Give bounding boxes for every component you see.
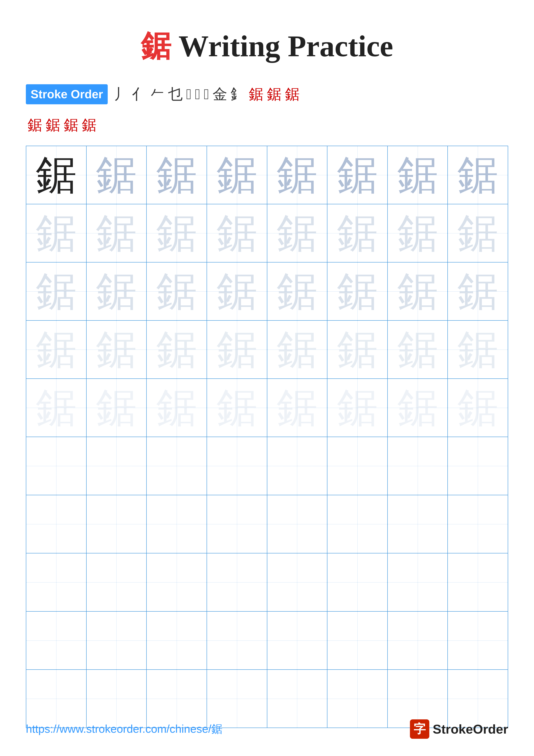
stroke-10: 鋸 bbox=[249, 84, 264, 104]
grid-cell[interactable]: 鋸 bbox=[87, 146, 147, 204]
grid-cell[interactable] bbox=[147, 611, 207, 669]
grid-cell[interactable]: 鋸 bbox=[26, 379, 87, 437]
grid-cell[interactable]: 鋸 bbox=[327, 262, 388, 320]
grid-row-7 bbox=[26, 495, 508, 554]
grid-cell[interactable] bbox=[327, 554, 388, 611]
grid-cell[interactable]: 鋸 bbox=[448, 379, 508, 437]
grid-cell[interactable] bbox=[388, 670, 448, 728]
practice-char: 鋸 bbox=[457, 387, 498, 428]
grid-cell[interactable]: 鋸 bbox=[448, 321, 508, 378]
grid-cell[interactable] bbox=[267, 670, 328, 728]
grid-cell[interactable] bbox=[147, 495, 207, 553]
grid-cell[interactable] bbox=[207, 670, 267, 728]
grid-cell[interactable]: 鋸 bbox=[448, 262, 508, 320]
grid-cell[interactable] bbox=[87, 437, 147, 495]
grid-cell[interactable] bbox=[448, 611, 508, 669]
grid-cell[interactable] bbox=[87, 611, 147, 669]
grid-cell[interactable] bbox=[267, 554, 328, 611]
grid-cell[interactable]: 鋸 bbox=[267, 146, 328, 204]
grid-row-6 bbox=[26, 437, 508, 495]
grid-cell[interactable]: 鋸 bbox=[327, 204, 388, 262]
grid-cell[interactable]: 鋸 bbox=[448, 204, 508, 262]
grid-cell[interactable]: 鋸 bbox=[147, 262, 207, 320]
grid-cell[interactable]: 鋸 bbox=[147, 204, 207, 262]
grid-cell[interactable] bbox=[388, 611, 448, 669]
grid-cell[interactable]: 鋸 bbox=[26, 146, 87, 204]
grid-cell[interactable] bbox=[327, 437, 388, 495]
grid-cell[interactable] bbox=[388, 495, 448, 553]
grid-cell[interactable]: 鋸 bbox=[388, 379, 448, 437]
grid-cell[interactable]: 鋸 bbox=[147, 379, 207, 437]
grid-cell[interactable]: 鋸 bbox=[87, 204, 147, 262]
practice-char: 鋸 bbox=[457, 154, 498, 196]
grid-cell[interactable] bbox=[267, 437, 328, 495]
grid-cell[interactable] bbox=[448, 670, 508, 728]
practice-char: 鋸 bbox=[216, 154, 257, 196]
grid-cell[interactable]: 鋸 bbox=[207, 321, 267, 378]
grid-cell[interactable]: 鋸 bbox=[207, 262, 267, 320]
grid-cell[interactable]: 鋸 bbox=[267, 379, 328, 437]
grid-cell[interactable]: 鋸 bbox=[207, 146, 267, 204]
grid-cell[interactable]: 鋸 bbox=[327, 379, 388, 437]
grid-cell[interactable] bbox=[388, 554, 448, 611]
grid-cell[interactable]: 鋸 bbox=[147, 146, 207, 204]
practice-char: 鋸 bbox=[156, 387, 197, 428]
grid-cell[interactable] bbox=[267, 611, 328, 669]
practice-char: 鋸 bbox=[36, 387, 77, 428]
grid-cell[interactable] bbox=[87, 495, 147, 553]
grid-cell[interactable] bbox=[207, 554, 267, 611]
grid-cell[interactable] bbox=[26, 611, 87, 669]
grid-cell[interactable] bbox=[87, 670, 147, 728]
grid-row-8 bbox=[26, 554, 508, 611]
grid-cell[interactable] bbox=[147, 670, 207, 728]
grid-cell[interactable] bbox=[147, 437, 207, 495]
grid-cell[interactable] bbox=[26, 437, 87, 495]
footer-logo: 字 StrokeOrder bbox=[410, 719, 508, 739]
grid-cell[interactable]: 鋸 bbox=[327, 146, 388, 204]
grid-cell[interactable] bbox=[207, 611, 267, 669]
practice-char: 鋸 bbox=[337, 154, 378, 196]
grid-cell[interactable] bbox=[87, 554, 147, 611]
practice-char: 鋸 bbox=[156, 154, 197, 196]
footer-url[interactable]: https://www.strokeorder.com/chinese/鋸 bbox=[26, 721, 222, 737]
grid-cell[interactable] bbox=[448, 437, 508, 495]
grid-cell[interactable] bbox=[26, 670, 87, 728]
grid-cell[interactable]: 鋸 bbox=[388, 204, 448, 262]
grid-cell[interactable] bbox=[327, 670, 388, 728]
practice-char: 鋸 bbox=[156, 271, 197, 312]
grid-cell[interactable]: 鋸 bbox=[388, 146, 448, 204]
grid-cell[interactable]: 鋸 bbox=[388, 262, 448, 320]
grid-cell[interactable]: 鋸 bbox=[267, 262, 328, 320]
grid-cell[interactable]: 鋸 bbox=[26, 321, 87, 378]
practice-char: 鋸 bbox=[457, 271, 498, 312]
grid-cell[interactable] bbox=[388, 437, 448, 495]
grid-cell[interactable]: 鋸 bbox=[327, 321, 388, 378]
grid-cell[interactable]: 鋸 bbox=[147, 321, 207, 378]
grid-cell[interactable]: 鋸 bbox=[448, 146, 508, 204]
practice-char: 鋸 bbox=[277, 154, 318, 196]
grid-cell[interactable] bbox=[327, 611, 388, 669]
practice-char: 鋸 bbox=[36, 271, 77, 312]
grid-cell[interactable] bbox=[207, 495, 267, 553]
grid-cell[interactable] bbox=[448, 495, 508, 553]
grid-row-1: 鋸 鋸 鋸 鋸 鋸 鋸 鋸 bbox=[26, 146, 508, 204]
grid-cell[interactable] bbox=[26, 495, 87, 553]
grid-cell[interactable] bbox=[26, 554, 87, 611]
grid-cell[interactable]: 鋸 bbox=[207, 204, 267, 262]
grid-cell[interactable]: 鋸 bbox=[87, 262, 147, 320]
grid-cell[interactable]: 鋸 bbox=[26, 204, 87, 262]
grid-cell[interactable]: 鋸 bbox=[207, 379, 267, 437]
grid-cell[interactable]: 鋸 bbox=[267, 204, 328, 262]
stroke-1: 丿 bbox=[114, 84, 128, 104]
grid-cell[interactable]: 鋸 bbox=[87, 379, 147, 437]
grid-cell[interactable] bbox=[207, 437, 267, 495]
grid-cell[interactable] bbox=[267, 495, 328, 553]
grid-cell[interactable]: 鋸 bbox=[267, 321, 328, 378]
grid-cell[interactable]: 鋸 bbox=[87, 321, 147, 378]
grid-cell[interactable]: 鋸 bbox=[388, 321, 448, 378]
grid-cell[interactable]: 鋸 bbox=[26, 262, 87, 320]
practice-char: 鋸 bbox=[216, 387, 257, 428]
grid-cell[interactable] bbox=[147, 554, 207, 611]
grid-cell[interactable] bbox=[327, 495, 388, 553]
grid-cell[interactable] bbox=[448, 554, 508, 611]
